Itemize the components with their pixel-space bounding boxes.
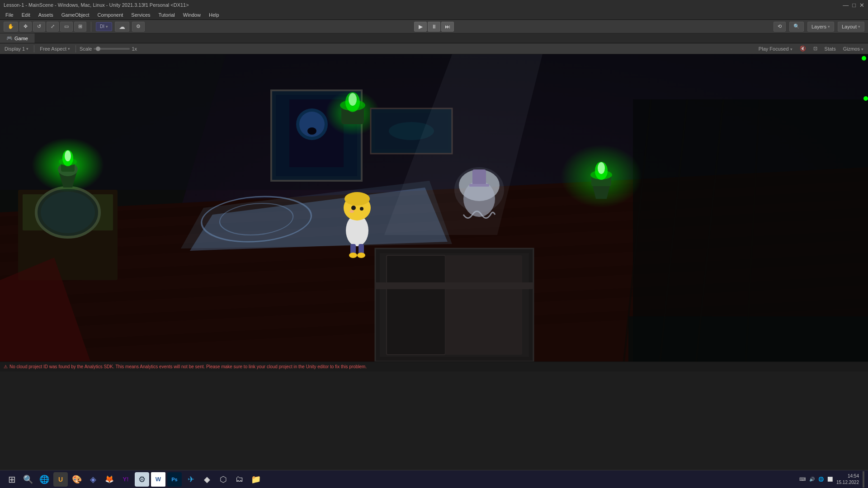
game-tab[interactable]: 🎮 Game bbox=[0, 33, 35, 43]
menu-component[interactable]: Component bbox=[94, 11, 127, 19]
app-icon-1[interactable]: ◆ bbox=[200, 472, 214, 487]
search-taskbar-button[interactable]: 🔍 bbox=[21, 472, 35, 487]
scale-label: Scale bbox=[80, 46, 92, 52]
edge-browser-icon[interactable]: 🌐 bbox=[37, 472, 52, 487]
clock: 14:54 15.12.2022 bbox=[836, 473, 859, 486]
firefox-icon[interactable]: 🦊 bbox=[102, 472, 117, 487]
word-icon[interactable]: W bbox=[151, 472, 165, 487]
menu-bar: File Edit Assets GameObject Component Se… bbox=[0, 10, 868, 20]
start-button[interactable]: ⊞ bbox=[5, 472, 19, 487]
settings-button[interactable]: ⚙ bbox=[132, 22, 145, 32]
paint-icon[interactable]: 🎨 bbox=[70, 472, 84, 487]
yahoo-icon[interactable]: Y! bbox=[118, 472, 133, 487]
folder-icon[interactable]: 📁 bbox=[249, 472, 263, 487]
volume-icon[interactable]: 🔊 bbox=[809, 477, 815, 482]
move-tool[interactable]: ✥ bbox=[19, 22, 32, 32]
cloud-button[interactable]: ☁ bbox=[115, 22, 129, 32]
layout-label: Layout bbox=[842, 24, 857, 29]
step-button[interactable]: ⏭ bbox=[441, 22, 454, 32]
scale-slider[interactable] bbox=[94, 48, 130, 50]
game-toolbar: Display 1 ▾ Free Aspect ▾ Scale 1x Play … bbox=[0, 43, 868, 54]
play-focused-label: Play Focused bbox=[759, 46, 789, 52]
svg-rect-68 bbox=[375, 282, 533, 289]
aspect-dropdown[interactable]: Free Aspect ▾ bbox=[38, 46, 72, 52]
discord-icon[interactable]: ◈ bbox=[86, 472, 100, 487]
clock-time: 14:54 bbox=[836, 473, 859, 479]
game-tab-bar: 🎮 Game bbox=[0, 33, 868, 43]
minimize-button[interactable]: — bbox=[843, 2, 849, 9]
layers-label: Layers bbox=[811, 24, 826, 29]
layers-button[interactable]: Layers ▾ bbox=[807, 22, 834, 32]
svg-point-56 bbox=[344, 192, 370, 206]
transform-tool[interactable]: ⊞ bbox=[74, 22, 86, 32]
menu-edit[interactable]: Edit bbox=[18, 11, 34, 19]
play-focused-button[interactable]: Play Focused ▾ bbox=[757, 46, 794, 52]
title-bar-controls: — □ ✕ bbox=[843, 2, 864, 9]
menu-tutorial[interactable]: Tutorial bbox=[155, 11, 179, 19]
game-tab-icon: 🎮 bbox=[6, 35, 13, 41]
rotate-tool[interactable]: ↺ bbox=[33, 22, 45, 32]
collab-button[interactable]: DI ▾ bbox=[96, 22, 112, 31]
sep1 bbox=[91, 22, 91, 32]
network-icon[interactable]: 🌐 bbox=[818, 477, 824, 482]
maximize-button[interactable]: □ bbox=[852, 2, 856, 9]
menu-file[interactable]: File bbox=[2, 11, 17, 19]
svg-point-57 bbox=[351, 206, 356, 210]
steam-icon[interactable]: ⚙ bbox=[135, 472, 149, 487]
scale-tool[interactable]: ⤢ bbox=[47, 22, 59, 32]
collab-dropdown: ▾ bbox=[106, 24, 108, 29]
menu-help[interactable]: Help bbox=[205, 11, 223, 19]
play-focused-dropdown-icon: ▾ bbox=[790, 47, 793, 52]
menu-window[interactable]: Window bbox=[179, 11, 204, 19]
hand-tool[interactable]: ✋ bbox=[4, 22, 18, 32]
svg-point-63 bbox=[357, 253, 365, 258]
gizmos-button[interactable]: Gizmos ▾ bbox=[841, 46, 865, 52]
menu-assets[interactable]: Assets bbox=[35, 11, 57, 19]
stats-button[interactable]: Stats bbox=[823, 46, 838, 52]
show-desktop-button[interactable] bbox=[863, 471, 864, 488]
svg-point-59 bbox=[349, 210, 354, 213]
display-label: Display 1 bbox=[5, 46, 25, 52]
game-tab-label: Game bbox=[14, 36, 28, 41]
svg-rect-67 bbox=[445, 255, 522, 355]
layout-button[interactable]: Layout ▾ bbox=[838, 22, 864, 32]
aspect-dropdown-icon: ▾ bbox=[68, 47, 70, 51]
svg-point-58 bbox=[360, 207, 363, 211]
close-button[interactable]: ✕ bbox=[859, 2, 864, 9]
unity-hub-icon[interactable]: U bbox=[53, 472, 68, 487]
history-button[interactable]: ⟲ bbox=[774, 22, 786, 32]
taskbar: ⊞ 🔍 🌐 U 🎨 ◈ 🦊 Y! ⚙ W Ps ✈ ◆ ⬡ 🗂 📁 ⌨ 🔊 🌐 … bbox=[0, 470, 868, 488]
files-icon[interactable]: 🗂 bbox=[232, 472, 247, 487]
status-bar: ⚠ No cloud project ID was found by the A… bbox=[0, 361, 868, 371]
keyboard-icon: ⌨ bbox=[799, 477, 806, 482]
title-text: Lesson-1 - MainScene - Windows, Mac, Lin… bbox=[4, 2, 189, 8]
display-dropdown[interactable]: Display 1 ▾ bbox=[3, 46, 30, 52]
scale-value: 1x bbox=[132, 46, 137, 52]
warning-icon: ⚠ bbox=[4, 364, 8, 369]
scale-slider-thumb[interactable] bbox=[96, 47, 100, 51]
svg-point-22 bbox=[65, 150, 71, 161]
rect-tool[interactable]: ▭ bbox=[60, 22, 73, 32]
taskbar-right: ⌨ 🔊 🌐 ⬜ 14:54 15.12.2022 bbox=[799, 471, 864, 488]
photoshop-icon[interactable]: Ps bbox=[167, 472, 182, 487]
menu-gameobject[interactable]: GameObject bbox=[58, 11, 93, 19]
app-icon-2[interactable]: ⬡ bbox=[216, 472, 231, 487]
svg-point-33 bbox=[349, 93, 357, 106]
svg-rect-66 bbox=[387, 255, 445, 355]
game-viewport bbox=[0, 54, 868, 361]
play-controls: ▶ ⏸ ⏭ bbox=[414, 22, 454, 32]
game-scene bbox=[0, 54, 868, 361]
maximize-viewport-button[interactable]: ⊡ bbox=[811, 46, 819, 52]
mute-button[interactable]: 🔇 bbox=[798, 46, 808, 52]
telegram-icon[interactable]: ✈ bbox=[184, 472, 198, 487]
play-button[interactable]: ▶ bbox=[414, 22, 427, 32]
status-text: No cloud project ID was found by the Ana… bbox=[9, 364, 367, 369]
pause-button[interactable]: ⏸ bbox=[428, 22, 440, 32]
scale-area: Scale 1x bbox=[80, 46, 137, 52]
toolbar: ✋ ✥ ↺ ⤢ ▭ ⊞ DI ▾ ☁ ⚙ ▶ ⏸ ⏭ ⟲ 🔍 Layers ▾ … bbox=[0, 20, 868, 33]
svg-point-43 bbox=[598, 162, 605, 174]
gizmos-label: Gizmos bbox=[843, 46, 860, 52]
menu-services[interactable]: Services bbox=[127, 11, 154, 19]
sep-game2 bbox=[75, 45, 76, 52]
search-toolbar-button[interactable]: 🔍 bbox=[789, 22, 804, 32]
